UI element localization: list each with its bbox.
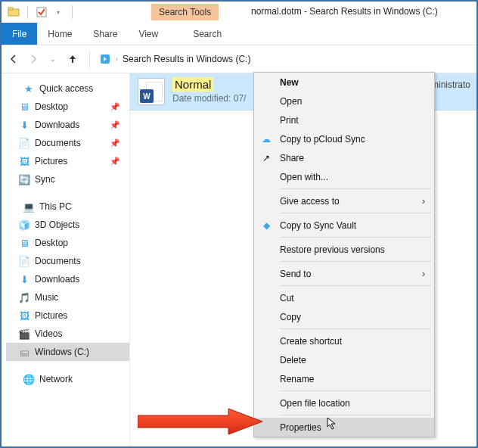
drive-icon: 🖴 bbox=[18, 346, 30, 358]
back-button[interactable] bbox=[6, 51, 21, 67]
svg-rect-1 bbox=[8, 8, 13, 10]
checkbox-icon[interactable] bbox=[36, 6, 48, 18]
tree-videos[interactable]: 🎬Videos bbox=[6, 325, 129, 343]
pictures-icon: 🖼 bbox=[18, 155, 30, 167]
folder-icon bbox=[8, 6, 20, 18]
network-icon: 🌐 bbox=[23, 373, 35, 385]
vault-icon: ◆ bbox=[260, 219, 272, 232]
location-icon bbox=[99, 53, 111, 65]
menu-properties[interactable]: Properties bbox=[254, 418, 434, 437]
context-menu: New Open Print ☁Copy to pCloud Sync ↗Sha… bbox=[253, 72, 435, 437]
tree-music[interactable]: 🎵Music bbox=[6, 288, 129, 306]
cloud-icon: ☁ bbox=[260, 133, 272, 145]
pin-icon: 📌 bbox=[110, 157, 120, 166]
tab-home[interactable]: Home bbox=[37, 23, 82, 45]
tab-view[interactable]: View bbox=[128, 23, 169, 45]
desktop-icon: 🖥 bbox=[18, 101, 30, 113]
ribbon-tabs: File Home Share View Search bbox=[2, 23, 476, 45]
tree-pictures-2[interactable]: 🖼Pictures bbox=[6, 306, 129, 325]
menu-create-shortcut[interactable]: Create shortcut bbox=[254, 331, 434, 350]
tree-windows-c[interactable]: 🖴Windows (C:) bbox=[6, 343, 129, 361]
menu-copy-pcloud[interactable]: ☁Copy to pCloud Sync bbox=[254, 129, 434, 148]
pin-icon: 📌 bbox=[110, 138, 120, 148]
menu-delete[interactable]: Delete bbox=[254, 350, 434, 369]
titlebar: ▾ Search Tools normal.dotm - Search Resu… bbox=[2, 2, 476, 23]
pin-icon: 📌 bbox=[110, 102, 120, 112]
sync-icon: 🔄 bbox=[18, 173, 30, 185]
pc-icon: 💻 bbox=[23, 201, 35, 213]
forward-button bbox=[26, 51, 41, 67]
quick-access-toolbar: ▾ bbox=[2, 5, 76, 19]
tree-sync[interactable]: 🔄Sync bbox=[6, 170, 129, 188]
result-filename: Normal bbox=[172, 77, 213, 92]
downloads-icon: ⬇ bbox=[18, 273, 30, 285]
share-icon: ↗ bbox=[260, 152, 272, 164]
cursor-icon bbox=[327, 417, 337, 431]
tree-quick-access[interactable]: ★Quick access bbox=[6, 79, 129, 98]
tree-downloads-2[interactable]: ⬇Downloads bbox=[6, 270, 129, 288]
navigation-bar: ⌄ › Search Results in Windows (C:) bbox=[2, 45, 476, 73]
tree-documents[interactable]: 📄Documents📌 bbox=[6, 134, 129, 152]
tree-pictures[interactable]: 🖼Pictures📌 bbox=[6, 152, 129, 170]
dropdown-icon[interactable]: ▾ bbox=[52, 6, 64, 18]
cube-icon: 🧊 bbox=[18, 219, 30, 231]
star-icon: ★ bbox=[23, 82, 35, 95]
menu-copy[interactable]: Copy bbox=[254, 307, 434, 326]
menu-open[interactable]: Open bbox=[254, 92, 434, 110]
tree-desktop[interactable]: 🖥Desktop📌 bbox=[6, 98, 129, 116]
documents-icon: 📄 bbox=[18, 137, 30, 149]
tree-this-pc[interactable]: 💻This PC bbox=[6, 198, 129, 216]
menu-give-access[interactable]: Give access to› bbox=[254, 191, 434, 210]
menu-open-with[interactable]: Open with... bbox=[254, 167, 434, 186]
pictures-icon: 🖼 bbox=[18, 310, 30, 322]
navigation-tree: ★Quick access 🖥Desktop📌 ⬇Downloads📌 📄Doc… bbox=[2, 73, 130, 446]
tree-3d-objects[interactable]: 🧊3D Objects bbox=[6, 216, 129, 234]
tree-network[interactable]: 🌐Network bbox=[6, 370, 129, 388]
chevron-right-icon: › bbox=[422, 269, 425, 279]
tree-downloads[interactable]: ⬇Downloads📌 bbox=[6, 116, 129, 134]
desktop-icon: 🖥 bbox=[18, 237, 30, 249]
menu-new[interactable]: New bbox=[254, 73, 434, 92]
word-template-icon: W bbox=[138, 78, 165, 105]
address-bar-text[interactable]: Search Results in Windows (C:) bbox=[123, 54, 250, 64]
recent-dropdown-icon[interactable]: ⌄ bbox=[45, 51, 61, 67]
menu-send-to[interactable]: Send to› bbox=[254, 264, 434, 283]
menu-share[interactable]: ↗Share bbox=[254, 148, 434, 167]
search-tools-contextual-tab[interactable]: Search Tools bbox=[151, 4, 219, 20]
menu-rename[interactable]: Rename bbox=[254, 369, 434, 388]
menu-cut[interactable]: Cut bbox=[254, 288, 434, 307]
menu-print[interactable]: Print bbox=[254, 110, 434, 129]
window-title: normal.dotm - Search Results in Windows … bbox=[251, 6, 438, 17]
menu-open-file-location[interactable]: Open file location bbox=[254, 394, 434, 412]
tab-share[interactable]: Share bbox=[82, 23, 128, 45]
videos-icon: 🎬 bbox=[18, 328, 30, 340]
tab-file[interactable]: File bbox=[2, 23, 37, 45]
documents-icon: 📄 bbox=[18, 255, 30, 267]
tree-documents-2[interactable]: 📄Documents bbox=[6, 252, 129, 270]
up-button[interactable] bbox=[65, 51, 80, 67]
menu-copy-sync-vault[interactable]: ◆Copy to Sync Vault bbox=[254, 216, 434, 235]
pin-icon: 📌 bbox=[110, 120, 120, 130]
music-icon: 🎵 bbox=[18, 291, 30, 303]
menu-restore-previous[interactable]: Restore previous versions bbox=[254, 240, 434, 259]
downloads-icon: ⬇ bbox=[18, 119, 30, 131]
tab-search[interactable]: Search bbox=[182, 23, 232, 45]
tree-desktop-2[interactable]: 🖥Desktop bbox=[6, 234, 129, 252]
result-date-modified: Date modified: 07/ bbox=[172, 93, 246, 104]
chevron-right-icon: › bbox=[422, 196, 425, 207]
